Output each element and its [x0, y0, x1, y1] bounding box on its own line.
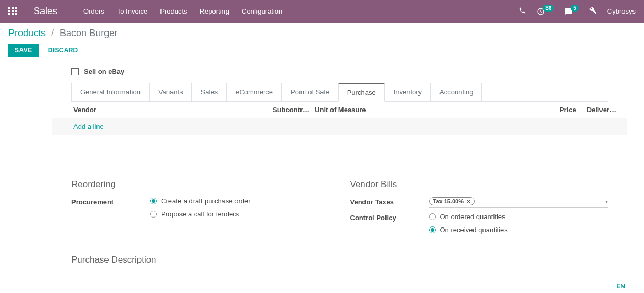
topnav-right: 36 5 Cybrosys — [519, 7, 636, 16]
nav-reporting[interactable]: Reporting — [200, 7, 229, 15]
chat-count: 5 — [571, 5, 579, 12]
vendor-taxes-value: Tax 15.00% ✕ ▾ — [429, 197, 608, 208]
procurement-option-draft[interactable]: Create a draft purchase order — [150, 197, 329, 205]
procurement-option-label: Create a draft purchase order — [161, 197, 251, 205]
tab-ecommerce[interactable]: eCommerce — [227, 83, 282, 102]
procurement-label: Procurement — [71, 197, 150, 206]
section-purchase-description: Purchase Description — [52, 239, 627, 265]
form-wrap: Sell on eBay General Information Variant… — [0, 62, 644, 269]
control-policy-row: Control Policy On ordered quantities On … — [350, 213, 608, 234]
section-reordering: Reordering Procurement Create a draft pu… — [71, 179, 329, 239]
radio-icon — [429, 213, 436, 220]
nav-configuration[interactable]: Configuration — [242, 7, 282, 15]
col-deliver[interactable]: Deliver… — [587, 102, 627, 118]
chat-badge[interactable]: 5 — [564, 7, 579, 16]
vendor-table-wrap: Vendor Subcontr… Unit of Measure Price D… — [52, 102, 627, 153]
tax-tag-remove-icon[interactable]: ✕ — [466, 199, 470, 204]
add-a-line-link[interactable]: Add a line — [73, 123, 104, 131]
save-button[interactable]: SAVE — [8, 44, 39, 57]
sell-on-ebay-checkbox[interactable] — [71, 68, 79, 75]
control-option-received[interactable]: On received quantities — [429, 226, 608, 234]
tab-variants[interactable]: Variants — [149, 83, 192, 102]
tools-icon[interactable] — [589, 7, 597, 16]
tab-pos[interactable]: Point of Sale — [282, 83, 338, 102]
nav-orders[interactable]: Orders — [83, 7, 104, 15]
radio-icon — [429, 226, 436, 233]
control-option-ordered[interactable]: On ordered quantities — [429, 213, 608, 221]
timer-badge[interactable]: 36 — [536, 7, 554, 16]
procurement-row: Procurement Create a draft purchase orde… — [71, 197, 329, 218]
brand-title: Sales — [34, 6, 57, 17]
control-option-label: On ordered quantities — [440, 213, 506, 221]
chevron-down-icon[interactable]: ▾ — [605, 199, 608, 204]
phone-icon[interactable] — [519, 7, 526, 16]
user-menu[interactable]: Cybrosys — [607, 7, 636, 15]
procurement-option-label: Propose a call for tenders — [161, 210, 239, 218]
radio-icon — [150, 211, 157, 218]
vendor-taxes-label: Vendor Taxes — [350, 197, 429, 206]
vendor-taxes-row: Vendor Taxes Tax 15.00% ✕ ▾ — [350, 197, 608, 208]
control-policy-options: On ordered quantities On received quanti… — [429, 213, 608, 234]
action-bar: SAVE DISCARD — [0, 41, 644, 62]
sell-on-ebay-label: Sell on eBay — [84, 68, 124, 75]
nav-to-invoice[interactable]: To Invoice — [117, 7, 148, 15]
col-vendor[interactable]: Vendor — [52, 102, 273, 118]
tab-purchase[interactable]: Purchase — [338, 83, 385, 102]
vendor-empty-row — [52, 135, 627, 146]
radio-icon — [150, 198, 157, 204]
nav-menu: Orders To Invoice Products Reporting Con… — [83, 7, 282, 15]
tab-general-info[interactable]: General Information — [71, 83, 149, 102]
vendor-add-line-row: Add a line — [52, 118, 627, 135]
sections: Reordering Procurement Create a draft pu… — [52, 179, 627, 239]
control-policy-label: Control Policy — [350, 213, 429, 222]
vendor-taxes-input[interactable]: Tax 15.00% ✕ ▾ — [429, 197, 608, 208]
vendor-bills-title: Vendor Bills — [350, 179, 608, 190]
tab-sales[interactable]: Sales — [192, 83, 227, 102]
left-gutter — [0, 62, 52, 269]
timer-count: 36 — [543, 5, 554, 12]
reordering-title: Reordering — [71, 179, 329, 190]
purchase-desc-title: Purchase Description — [71, 255, 608, 265]
top-nav: Sales Orders To Invoice Products Reporti… — [0, 0, 644, 23]
breadcrumb: Products / Bacon Burger — [8, 28, 636, 39]
col-subcontr[interactable]: Subcontr… — [273, 102, 315, 118]
control-option-label: On received quantities — [440, 226, 508, 234]
breadcrumb-parent[interactable]: Products — [8, 28, 46, 38]
section-vendor-bills: Vendor Bills Vendor Taxes Tax 15.00% ✕ ▾ — [350, 179, 608, 239]
procurement-options: Create a draft purchase order Propose a … — [150, 197, 329, 218]
breadcrumb-bar: Products / Bacon Burger — [0, 23, 644, 41]
col-uom[interactable]: Unit of Measure — [315, 102, 550, 118]
form-sheet: Sell on eBay General Information Variant… — [52, 62, 627, 269]
nav-products[interactable]: Products — [160, 7, 187, 15]
discard-button[interactable]: DISCARD — [48, 47, 78, 54]
tab-inventory[interactable]: Inventory — [385, 83, 431, 102]
tax-tag: Tax 15.00% ✕ — [429, 197, 475, 205]
breadcrumb-current: Bacon Burger — [60, 28, 117, 38]
vendor-table: Vendor Subcontr… Unit of Measure Price D… — [52, 102, 627, 146]
tax-tag-label: Tax 15.00% — [433, 198, 464, 204]
tabs: General Information Variants Sales eComm… — [71, 83, 608, 102]
procurement-option-tenders[interactable]: Propose a call for tenders — [150, 210, 329, 218]
breadcrumb-sep: / — [51, 28, 54, 38]
sell-on-ebay-row: Sell on eBay — [52, 62, 627, 83]
tab-accounting[interactable]: Accounting — [431, 83, 482, 102]
col-price[interactable]: Price — [550, 102, 587, 118]
apps-icon[interactable] — [8, 7, 18, 16]
